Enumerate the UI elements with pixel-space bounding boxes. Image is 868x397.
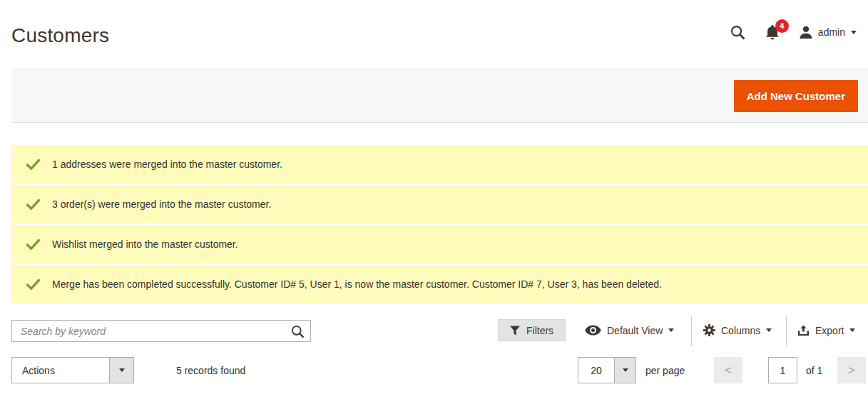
funnel-icon: [510, 326, 520, 336]
success-message: Merge has been completed successfully. C…: [11, 265, 868, 303]
message-text: Merge has been completed successfully. C…: [52, 278, 662, 290]
total-pages-label: of 1: [806, 357, 822, 383]
admin-user-label: admin: [818, 26, 845, 38]
view-switcher[interactable]: Default View: [585, 319, 674, 341]
caret-down-icon: [766, 328, 772, 332]
success-message: 3 order(s) were merged into the master c…: [11, 185, 868, 223]
keyword-search-box: [11, 320, 311, 342]
chevron-left-icon: <: [725, 363, 732, 378]
notification-count-badge: 4: [775, 19, 789, 33]
caret-down-icon: [623, 368, 628, 372]
success-check-icon: [26, 198, 41, 211]
toolbar-divider: [786, 316, 787, 346]
customers-page: Customers 4 admin Add New Customer 1: [0, 0, 868, 397]
current-page-input[interactable]: [768, 357, 797, 383]
eye-icon: [585, 325, 601, 336]
magnifier-icon: [291, 325, 305, 338]
caret-down-icon: [119, 368, 125, 372]
search-submit-button[interactable]: [288, 323, 307, 340]
select-caret-segment: [109, 358, 133, 383]
message-text: Wishlist merged into the master customer…: [52, 238, 238, 250]
caret-down-icon: [668, 328, 674, 332]
caret-down-icon: [849, 328, 855, 332]
chevron-right-icon: >: [848, 363, 855, 378]
success-check-icon: [26, 159, 41, 171]
gear-icon: [703, 324, 715, 336]
caret-down-icon: [851, 31, 857, 34]
export-icon: [797, 325, 810, 336]
per-page-select[interactable]: 20: [578, 357, 636, 383]
previous-page-button[interactable]: <: [714, 357, 742, 383]
records-found-label: 5 records found: [176, 357, 245, 383]
filters-label: Filters: [526, 325, 553, 336]
notifications-button[interactable]: 4: [765, 25, 780, 40]
success-message: 1 addresses were merged into the master …: [11, 145, 868, 184]
header-actions: 4 admin: [730, 21, 857, 43]
search-icon[interactable]: [730, 25, 745, 40]
actions-select-value: Actions: [12, 358, 109, 383]
per-page-value: 20: [578, 358, 614, 383]
success-message: Wishlist merged into the master customer…: [11, 225, 868, 263]
search-input[interactable]: [12, 321, 310, 341]
page-title: Customers: [11, 24, 109, 47]
export-control[interactable]: Export: [797, 319, 855, 341]
messages-area: 1 addresses were merged into the master …: [11, 145, 868, 305]
admin-user-icon: [800, 26, 812, 39]
columns-control[interactable]: Columns: [703, 319, 772, 341]
success-check-icon: [26, 238, 41, 251]
admin-user-menu[interactable]: admin: [800, 26, 857, 39]
success-check-icon: [26, 278, 41, 291]
select-caret-segment: [614, 358, 635, 383]
filters-button[interactable]: Filters: [498, 319, 566, 341]
message-text: 3 order(s) were merged into the master c…: [52, 198, 271, 210]
columns-label: Columns: [721, 325, 760, 336]
actions-select[interactable]: Actions: [11, 357, 134, 383]
per-page-label: per page: [645, 357, 685, 383]
toolbar-divider: [691, 316, 692, 346]
next-page-button[interactable]: >: [837, 357, 866, 383]
view-label: Default View: [607, 325, 663, 336]
export-label: Export: [815, 325, 844, 336]
page-actions-band: Add New Customer: [11, 69, 868, 123]
message-text: 1 addresses were merged into the master …: [52, 159, 282, 170]
add-new-customer-button[interactable]: Add New Customer: [734, 80, 858, 112]
